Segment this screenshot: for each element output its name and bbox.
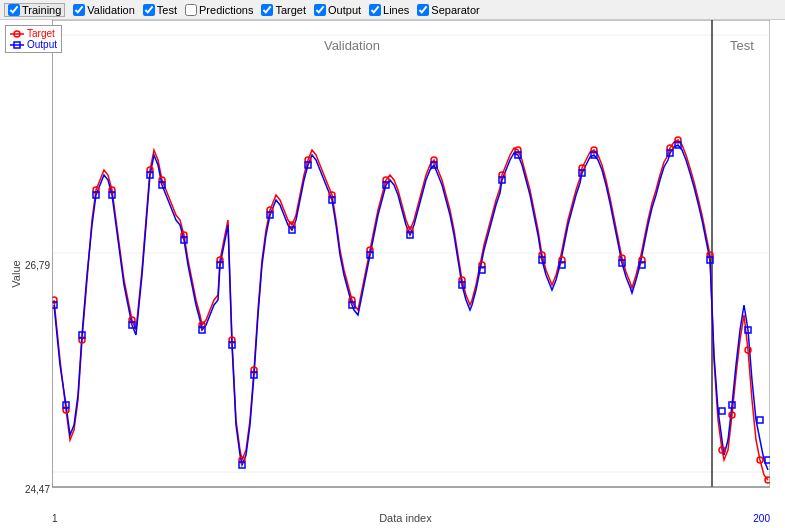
checkbox-output[interactable]: Output — [314, 4, 361, 16]
checkbox-validation-input[interactable] — [73, 4, 85, 16]
y-axis-ticks: 29,12 26,79 24,47 — [15, 35, 50, 495]
x-tick-start: 1 — [52, 513, 58, 524]
legend: Target Output — [5, 25, 62, 53]
checkbox-lines-input[interactable] — [369, 4, 381, 16]
x-axis-row: 1 Data index 200 — [52, 512, 770, 524]
main-chart-svg: Validation Test — [52, 20, 770, 507]
checkbox-predictions-input[interactable] — [185, 4, 197, 16]
x-axis-label: Data index — [379, 512, 432, 524]
checkbox-target-input[interactable] — [261, 4, 273, 16]
checkbox-output-input[interactable] — [314, 4, 326, 16]
checkbox-training-label: Training — [22, 4, 61, 16]
checkbox-separator[interactable]: Separator — [417, 4, 479, 16]
checkbox-separator-input[interactable] — [417, 4, 429, 16]
checkbox-separator-label: Separator — [431, 4, 479, 16]
validation-label: Validation — [324, 38, 380, 53]
checkbox-training[interactable]: Training — [4, 3, 65, 17]
toolbar: Training Validation Test Predictions Tar… — [0, 0, 785, 20]
checkbox-validation[interactable]: Validation — [73, 4, 135, 16]
checkbox-predictions[interactable]: Predictions — [185, 4, 253, 16]
checkbox-target[interactable]: Target — [261, 4, 306, 16]
target-legend-icon — [10, 29, 24, 39]
checkbox-output-label: Output — [328, 4, 361, 16]
legend-target: Target — [10, 28, 57, 39]
legend-output-label: Output — [27, 39, 57, 50]
checkbox-target-label: Target — [275, 4, 306, 16]
output-legend-icon — [10, 40, 24, 50]
chart-area: Target Output Value 29,12 26,79 24,47 Va… — [0, 20, 785, 528]
svg-rect-4 — [52, 20, 770, 487]
y-tick-mid: 26,79 — [25, 260, 50, 271]
x-tick-end: 200 — [753, 513, 770, 524]
y-tick-min: 24,47 — [25, 484, 50, 495]
checkbox-test-input[interactable] — [143, 4, 155, 16]
checkbox-lines[interactable]: Lines — [369, 4, 409, 16]
checkbox-lines-label: Lines — [383, 4, 409, 16]
checkbox-test-label: Test — [157, 4, 177, 16]
checkbox-predictions-label: Predictions — [199, 4, 253, 16]
checkbox-test[interactable]: Test — [143, 4, 177, 16]
legend-output: Output — [10, 39, 57, 50]
legend-target-label: Target — [27, 28, 55, 39]
test-label: Test — [730, 38, 754, 53]
checkbox-training-input[interactable] — [8, 4, 20, 16]
checkbox-validation-label: Validation — [87, 4, 135, 16]
